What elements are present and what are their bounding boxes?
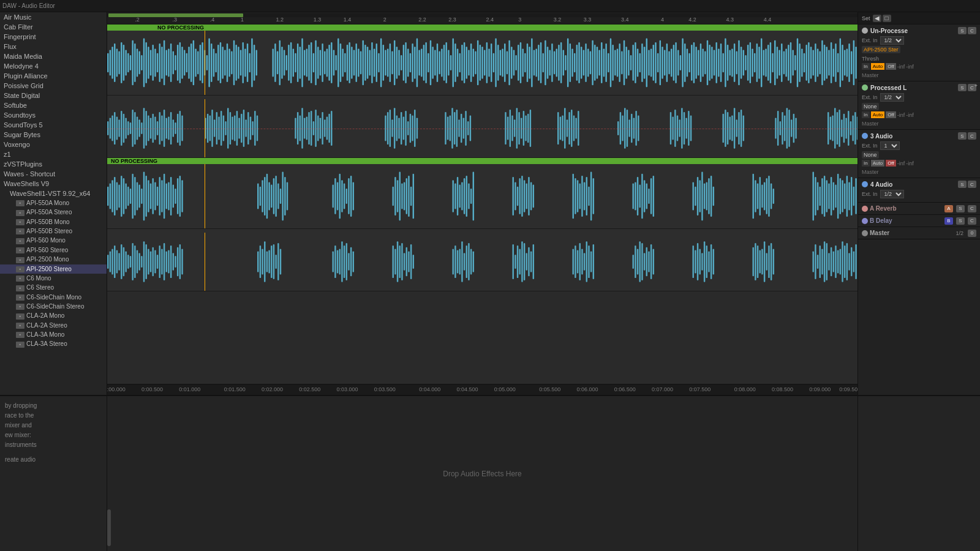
sidebar-item-34[interactable]: ▪CLA-3A Stereo (0, 339, 107, 348)
sidebar-item-18[interactable]: WaveShell1-VST 9.92_x64 (0, 189, 107, 198)
svg-rect-118 (387, 48, 388, 77)
waveform-svg-1 (107, 31, 858, 95)
svg-rect-26 (166, 50, 167, 76)
ch3-off-label[interactable]: Off (886, 160, 896, 167)
svg-rect-212 (598, 50, 600, 76)
ch3-auto-label[interactable]: Auto (871, 160, 884, 167)
sidebar-item-13[interactable]: Voxengo (0, 140, 107, 149)
sidebar-item-22[interactable]: ▪API-550B Stereo (0, 227, 107, 236)
svg-rect-524 (150, 184, 151, 209)
sidebar-item-0[interactable]: Air Music (0, 12, 107, 22)
svg-rect-553 (333, 185, 334, 208)
master-c-btn[interactable]: 0 (968, 230, 976, 237)
mixer-arrow-btn[interactable]: ◀ (873, 15, 881, 22)
ch4-s-btn[interactable]: S (958, 181, 967, 188)
ch4-routing: Ext. In 1/2 (862, 190, 976, 198)
sidebar-item-1[interactable]: Cab Filter (0, 22, 107, 32)
ch3-s-btn[interactable]: S (958, 132, 967, 140)
ch1-c-btn[interactable]: C (968, 27, 976, 34)
svg-rect-35 (186, 53, 187, 73)
reverb-s-btn[interactable]: S (956, 205, 965, 212)
sidebar-item-label: C6-SideChain Stereo (26, 303, 85, 310)
svg-rect-707 (353, 251, 354, 272)
sidebar-item-30[interactable]: ▪C6-SideChain Stereo (0, 302, 107, 311)
sidebar-item-28[interactable]: ▪C6 Stereo (0, 283, 107, 292)
tracks-container[interactable]: NO PROCESSING NO PROCESSING (107, 24, 858, 384)
svg-rect-159 (480, 45, 481, 81)
sidebar-item-5[interactable]: Melodyne 4 (0, 61, 107, 71)
track-row: NO PROCESSING NO PROCESSING (107, 24, 858, 96)
ch1-slot-select[interactable]: 1/2 (880, 36, 904, 45)
svg-rect-656 (114, 246, 115, 278)
reverb-c-btn[interactable]: C (968, 205, 976, 212)
sidebar-item-9[interactable]: Softube (0, 100, 107, 110)
resize-handle[interactable] (107, 509, 111, 546)
svg-rect-85 (313, 53, 314, 73)
bottom-drop-zone[interactable]: Drop Audio Effects Here (107, 396, 858, 551)
timeline-marker: .3 (172, 17, 177, 23)
svg-rect-586 (519, 178, 521, 214)
sidebar-item-32[interactable]: ▪CLA-2A Stereo (0, 321, 107, 330)
sidebar-item-24[interactable]: ▪API-560 Stereo (0, 246, 107, 255)
svg-rect-136 (428, 53, 429, 73)
sidebar-item-25[interactable]: ▪API-2500 Mono (0, 255, 107, 264)
svg-rect-575 (457, 177, 458, 216)
sidebar-item-17[interactable]: WaveShells V9 (0, 179, 107, 189)
sidebar-item-31[interactable]: ▪CLA-2A Mono (0, 311, 107, 320)
svg-rect-587 (521, 176, 522, 217)
ch1-s-btn[interactable]: S (958, 27, 967, 34)
svg-rect-222 (621, 51, 622, 75)
sidebar-item-27[interactable]: ▪C6 Mono (0, 274, 107, 283)
sidebar-item-4[interactable]: Maida Media (0, 51, 107, 61)
timeline-marker: 1.4 (344, 17, 352, 23)
ch2-in-label: In (862, 111, 870, 118)
sidebar-item-7[interactable]: Poissive Grid (0, 81, 107, 91)
ch3-slot-select[interactable]: 1 (880, 141, 900, 150)
ch1-off-label[interactable]: Off (886, 63, 896, 70)
svg-rect-13 (137, 48, 138, 77)
svg-rect-151 (461, 45, 462, 81)
svg-rect-629 (766, 178, 767, 214)
ch4-c-btn[interactable]: C (968, 181, 976, 188)
sidebar-item-3[interactable]: Flux (0, 42, 107, 51)
sidebar-item-8[interactable]: State Digital (0, 91, 107, 100)
svg-rect-216 (608, 53, 609, 73)
ch1-auto-label[interactable]: Auto (871, 63, 884, 70)
svg-rect-626 (760, 177, 761, 216)
plugin-sidebar[interactable]: Air MusicCab FilterFingerprintFluxMaida … (0, 12, 107, 395)
svg-rect-202 (576, 45, 578, 81)
delay-c-btn[interactable]: C (968, 217, 976, 225)
ch2-s-btn[interactable]: S (958, 84, 967, 91)
sidebar-item-11[interactable]: SoundToys 5 (0, 120, 107, 130)
delay-b-btn[interactable]: B (944, 217, 953, 225)
delay-s-btn[interactable]: S (956, 217, 965, 225)
sidebar-item-19[interactable]: ▪API-550A Mono (0, 198, 107, 208)
sidebar-item-15[interactable]: zVSTPlugins (0, 159, 107, 169)
sidebar-item-29[interactable]: ▪C6-SideChain Mono (0, 293, 107, 302)
ch2-slot-select[interactable]: 1/2 (880, 93, 904, 102)
svg-rect-650 (851, 177, 852, 216)
sidebar-item-21[interactable]: ▪API-550B Mono (0, 217, 107, 227)
sidebar-item-16[interactable]: Waves - Shortcut (0, 169, 107, 179)
ch4-slot-select[interactable]: 1/2 (880, 190, 904, 198)
sidebar-item-12[interactable]: Sugar Bytes (0, 130, 107, 140)
svg-rect-185 (538, 45, 539, 81)
sidebar-item-6[interactable]: Plugin Alliance (0, 71, 107, 81)
sidebar-item-23[interactable]: ▪API-560 Mono (0, 236, 107, 245)
mixer-box-btn[interactable]: □ (883, 15, 891, 22)
sidebar-item-2[interactable]: Fingerprint (0, 32, 107, 42)
sidebar-item-10[interactable]: Soundtoys (0, 110, 107, 120)
sidebar-item-26[interactable]: ▪API-2500 Stereo (0, 264, 107, 274)
ch2-off-label[interactable]: Off (886, 111, 896, 118)
reverb-a-btn[interactable]: A (944, 205, 953, 212)
sidebar-item-label: API-550A Stereo (26, 209, 72, 216)
sidebar-item-33[interactable]: ▪CLA-3A Mono (0, 330, 107, 339)
ch2-auto-label[interactable]: Auto (871, 111, 884, 118)
svg-rect-301 (799, 43, 800, 82)
svg-rect-137 (430, 40, 431, 86)
svg-rect-620 (708, 178, 709, 214)
ch3-c-btn[interactable]: C (968, 132, 976, 140)
sidebar-item-14[interactable]: z1 (0, 149, 107, 159)
sidebar-item-20[interactable]: ▪API-550A Stereo (0, 208, 107, 217)
ch2-expand-btn[interactable]: + (972, 81, 980, 90)
